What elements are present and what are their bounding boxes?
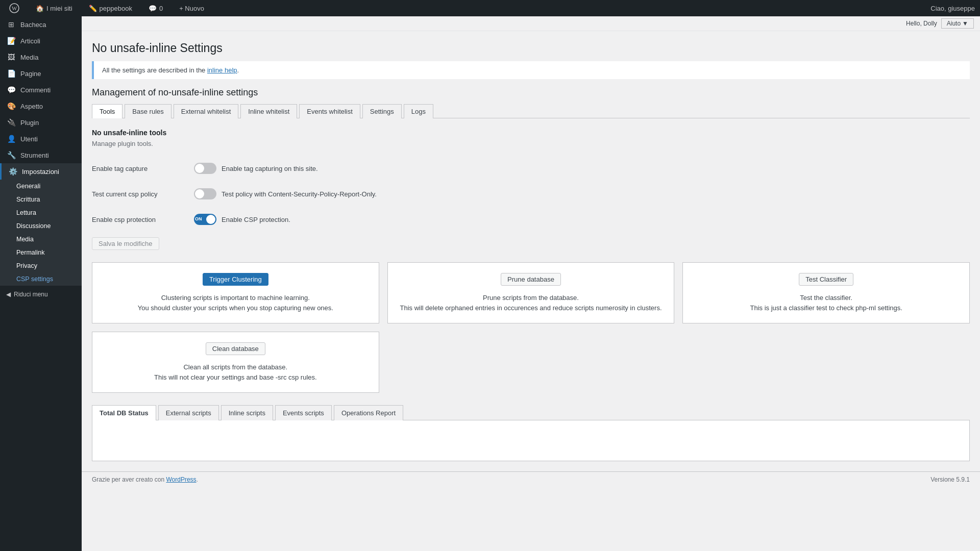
sidebar-item-media[interactable]: 🖼 Media: [0, 49, 82, 65]
collapse-icon: ◀: [6, 291, 11, 298]
card-line1: Clustering scripts is important to machi…: [161, 294, 310, 302]
tag-capture-toggle[interactable]: [194, 163, 216, 174]
media-icon: 🖼: [6, 53, 16, 61]
help-button[interactable]: Aiuto ▼: [941, 18, 974, 29]
settings-icon: ⚙️: [8, 167, 18, 176]
submenu-item-general[interactable]: Generali: [0, 180, 82, 193]
main-content: Hello, Dolly Aiuto ▼ No unsafe-inline Se…: [82, 16, 980, 551]
tab-inline-whitelist[interactable]: Inline whitelist: [240, 104, 297, 118]
page-wrap: No unsafe-inline Settings All the settin…: [82, 31, 980, 471]
greeting-text: Ciao, giuseppe: [930, 5, 975, 12]
card-line2: This is just a classifier test to check …: [750, 304, 902, 312]
test-csp-toggle[interactable]: [194, 188, 216, 199]
submenu-item-csp[interactable]: CSP settings: [0, 272, 82, 286]
status-tab-events-scripts[interactable]: Events scripts: [275, 405, 332, 420]
trigger-clustering-button[interactable]: Trigger Clustering: [203, 273, 268, 286]
adminbar-comments[interactable]: 💬 0: [144, 0, 167, 16]
adminbar-new[interactable]: + Nuovo: [175, 0, 208, 16]
test-classifier-desc: Test the classifier. This is just a clas…: [750, 293, 902, 313]
submenu-item-media[interactable]: Media: [0, 233, 82, 246]
sidebar-item-label: Pagine: [20, 70, 41, 78]
test-classifier-btn-area: Test Classifier: [799, 273, 853, 286]
comments-icon: 💬: [149, 5, 157, 12]
sidebar-item-posts[interactable]: 📝 Articoli: [0, 33, 82, 49]
tab-logs[interactable]: Logs: [404, 104, 433, 118]
csp-protection-toggle[interactable]: ON: [194, 214, 216, 225]
sidebar-item-tools[interactable]: 🔧 Strumenti: [0, 147, 82, 163]
on-label-text: ON: [195, 216, 202, 221]
tab-external-whitelist[interactable]: External whitelist: [174, 104, 239, 118]
tools-section: No unsafe-inline tools Manage plugin too…: [92, 129, 970, 250]
admin-menu: ⊞ Bacheca 📝 Articoli 🖼 Media 📄: [0, 16, 82, 286]
submenu-item-privacy[interactable]: Privacy: [0, 259, 82, 272]
wp-footer: Grazie per aver creato con WordPress. Ve…: [82, 471, 980, 487]
hello-dolly-text: Hello, Dolly: [906, 20, 937, 27]
sidebar-item-label: Articoli: [20, 37, 40, 45]
sidebar-item-plugins[interactable]: 🔌 Plugin: [0, 114, 82, 131]
notice-link[interactable]: inline help: [207, 66, 237, 74]
prune-database-button[interactable]: Prune database: [501, 273, 561, 286]
tab-settings[interactable]: Settings: [362, 104, 402, 118]
submenu-item-reading[interactable]: Lettura: [0, 206, 82, 219]
form-row-tag-capture: Enable tag capture Enable tag capturing …: [92, 156, 970, 181]
sidebar-item-label: Aspetto: [20, 103, 43, 110]
footer-version: Versione 5.9.1: [930, 476, 970, 483]
adminbar-my-sites[interactable]: 🏠 I miei siti: [32, 0, 77, 16]
collapse-label: Riduci menu: [14, 291, 48, 298]
card-line1: Clean all scripts from the database.: [183, 363, 287, 371]
tab-events-whitelist[interactable]: Events whitelist: [299, 104, 360, 118]
adminbar-site-name[interactable]: ✏️ peppebook: [85, 0, 136, 16]
comments-count: 0: [159, 5, 163, 12]
card-line2: This will delete orphaned entries in occ…: [400, 304, 662, 312]
prune-database-btn-area: Prune database: [501, 273, 561, 286]
sidebar-item-label: Impostazioni: [22, 168, 59, 176]
appearance-icon: 🎨: [6, 102, 16, 110]
clean-database-button[interactable]: Clean database: [206, 342, 265, 355]
status-tab-operations-report[interactable]: Operations Report: [334, 405, 403, 420]
test-classifier-button[interactable]: Test Classifier: [799, 273, 853, 286]
card-line1: Test the classifier.: [800, 294, 852, 302]
tab-tools[interactable]: Tools: [92, 104, 122, 118]
submenu-item-permalink[interactable]: Permalink: [0, 246, 82, 259]
site-name-label: peppebook: [100, 5, 132, 12]
sidebar-item-users[interactable]: 👤 Utenti: [0, 131, 82, 147]
tag-capture-label: Enable tag capture: [92, 165, 194, 172]
footer-wp-link[interactable]: WordPress: [166, 476, 196, 483]
notice-bar: All the settings are described in the in…: [92, 61, 970, 79]
form-row-csp-protection: Enable csp protection ON Enable CSP prot…: [92, 207, 970, 232]
dashboard-icon: ⊞: [6, 20, 16, 29]
comments-sidebar-icon: 💬: [6, 86, 16, 94]
sidebar-item-comments[interactable]: 💬 Commenti: [0, 82, 82, 98]
sidebar-item-label: Plugin: [20, 119, 39, 127]
sidebar: ⊞ Bacheca 📝 Articoli 🖼 Media 📄: [0, 16, 82, 551]
tools-section-description: Manage plugin tools.: [92, 140, 970, 147]
collapse-menu-button[interactable]: ◀ Riduci menu: [0, 286, 82, 303]
sidebar-item-settings[interactable]: ⚙️ Impostazioni Generali Scrittura Lettu…: [0, 163, 82, 286]
csp-protection-description: Enable CSP protection.: [222, 216, 290, 223]
card-line2: You should cluster your scripts when you…: [138, 304, 333, 312]
form-row-test-csp: Test current csp policy Test policy with…: [92, 181, 970, 207]
adminbar-left: W 🏠 I miei siti ✏️ peppebook 💬 0 + Nuovo: [5, 0, 208, 16]
test-csp-description: Test policy with Content-Security-Policy…: [222, 190, 377, 198]
sidebar-item-appearance[interactable]: 🎨 Aspetto: [0, 98, 82, 114]
submenu-item-writing[interactable]: Scrittura: [0, 193, 82, 206]
help-label: Aiuto: [947, 20, 961, 27]
svg-text:W: W: [12, 5, 17, 11]
status-tab-external-scripts[interactable]: External scripts: [158, 405, 219, 420]
tag-capture-control: Enable tag capturing on this site.: [194, 163, 318, 174]
status-tab-inline-scripts[interactable]: Inline scripts: [221, 405, 273, 420]
tab-base-rules[interactable]: Base rules: [125, 104, 171, 118]
card-trigger-clustering: Trigger Clustering Clustering scripts is…: [92, 262, 379, 323]
adminbar-wp-logo[interactable]: W: [5, 0, 23, 16]
sidebar-item-pages[interactable]: 📄 Pagine: [0, 65, 82, 82]
tools-icon: 🔧: [6, 151, 16, 159]
status-tab-total-db[interactable]: Total DB Status: [92, 405, 156, 420]
posts-icon: 📝: [6, 37, 16, 45]
submenu-item-discussion[interactable]: Discussione: [0, 219, 82, 233]
save-button[interactable]: Salva le modifiche: [92, 237, 159, 250]
sidebar-item-dashboard[interactable]: ⊞ Bacheca: [0, 16, 82, 33]
pages-icon: 📄: [6, 69, 16, 78]
tag-capture-slider: [194, 163, 216, 174]
users-icon: 👤: [6, 135, 16, 143]
csp-protection-slider: ON: [194, 214, 216, 225]
